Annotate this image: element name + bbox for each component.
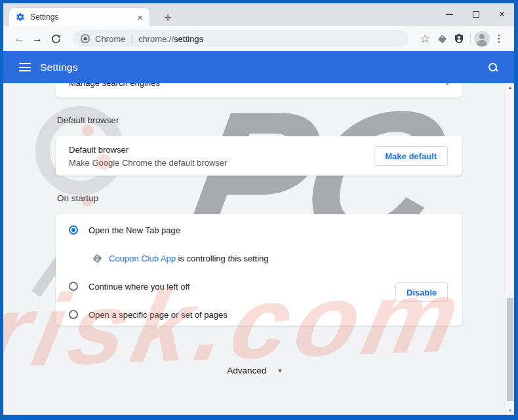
window-controls: × (446, 6, 509, 23)
scroll-up-arrow[interactable]: ▲ (506, 85, 514, 90)
coupon-app-icon: % (92, 253, 103, 264)
advanced-label: Advanced (227, 366, 266, 375)
section-title-on-startup: On startup (57, 193, 98, 203)
shield-person-icon (454, 33, 464, 44)
menu-hamburger-icon[interactable] (19, 63, 31, 71)
profile-avatar[interactable] (473, 30, 490, 47)
window-close-button[interactable]: × (499, 10, 505, 19)
scroll-down-arrow[interactable]: ▼ (506, 408, 514, 413)
option-label: Open a specific page or set of pages (89, 310, 228, 320)
option-label: Open the New Tab page (89, 225, 180, 235)
address-bar[interactable]: Chrome | chrome://settings (73, 30, 408, 47)
settings-header: Settings (3, 51, 514, 83)
chevron-down-icon: ▾ (278, 366, 282, 375)
bookmark-star-icon[interactable]: ☆ (416, 30, 433, 47)
tab-settings[interactable]: Settings × (9, 8, 149, 26)
browser-window: Settings × + × ← → Chrome | chrome://set… (0, 0, 518, 420)
search-icon[interactable] (488, 62, 498, 73)
default-browser-card: Default browser Make Google Chrome the d… (56, 136, 462, 176)
option-continue-left-off[interactable]: Continue where you left off (56, 277, 462, 296)
avatar-icon (474, 31, 490, 47)
url-separator: | (130, 33, 133, 44)
coupon-extension-icon[interactable] (433, 30, 450, 47)
window-maximize-button[interactable] (473, 11, 479, 18)
default-browser-row-title: Default browser (69, 145, 227, 155)
back-button[interactable]: ← (10, 29, 28, 48)
radio-open-specific-pages[interactable] (69, 310, 78, 319)
settings-gear-icon (16, 12, 25, 22)
radio-open-new-tab[interactable] (69, 225, 78, 235)
page-title: Settings (40, 62, 78, 73)
option-open-specific-pages[interactable]: Open a specific page or set of pages (56, 305, 462, 324)
url-path: settings (174, 34, 203, 44)
controlled-by-text: Coupon Club App is controlling this sett… (109, 254, 269, 263)
window-minimize-button[interactable] (446, 14, 453, 15)
watermark-dot (82, 124, 94, 136)
scrollbar-thumb[interactable] (507, 298, 513, 401)
section-title-default-browser: Default browser (57, 115, 119, 125)
option-open-new-tab[interactable]: Open the New Tab page (56, 221, 462, 239)
coupon-club-app-link[interactable]: Coupon Club App (109, 254, 176, 263)
scrollbar[interactable]: ▲ ▼ (506, 83, 514, 415)
shield-extension-icon[interactable] (450, 30, 468, 47)
advanced-toggle[interactable]: Advanced ▾ (3, 360, 506, 380)
settings-content: PC Manage search engines › Default brows… (3, 83, 514, 415)
row-label: Manage search engines (69, 83, 160, 88)
toolbar-divider (470, 33, 471, 45)
chrome-page-icon (81, 34, 90, 43)
tab-close-icon[interactable]: × (137, 12, 143, 22)
tab-title: Settings (30, 12, 137, 22)
browser-toolbar: ← → Chrome | chrome://settings ☆ (3, 26, 514, 51)
forward-button[interactable]: → (28, 29, 47, 48)
url-site-label: Chrome (95, 34, 125, 44)
reload-icon (51, 34, 61, 44)
radio-continue-left-off[interactable] (69, 282, 78, 291)
make-default-button[interactable]: Make default (374, 146, 448, 166)
controlled-by-extension-row: % Coupon Club App is controlling this se… (56, 248, 462, 268)
option-label: Continue where you left off (89, 282, 189, 292)
new-tab-button[interactable]: + (159, 9, 176, 26)
tab-strip: Settings × + × (3, 3, 514, 26)
url-scheme: chrome:// (138, 34, 174, 44)
chevron-right-icon: › (445, 83, 449, 89)
manage-search-engines-row[interactable]: Manage search engines › (56, 83, 462, 98)
controlling-setting-text: is controlling this setting (176, 254, 269, 263)
browser-menu-button[interactable]: ⋮ (490, 30, 508, 47)
on-startup-card: Open the New Tab page % Coupon Club App … (56, 214, 462, 326)
default-browser-row-subtitle: Make Google Chrome the default browser (69, 158, 227, 168)
price-tag-icon (437, 33, 448, 45)
reload-button[interactable] (47, 29, 65, 48)
